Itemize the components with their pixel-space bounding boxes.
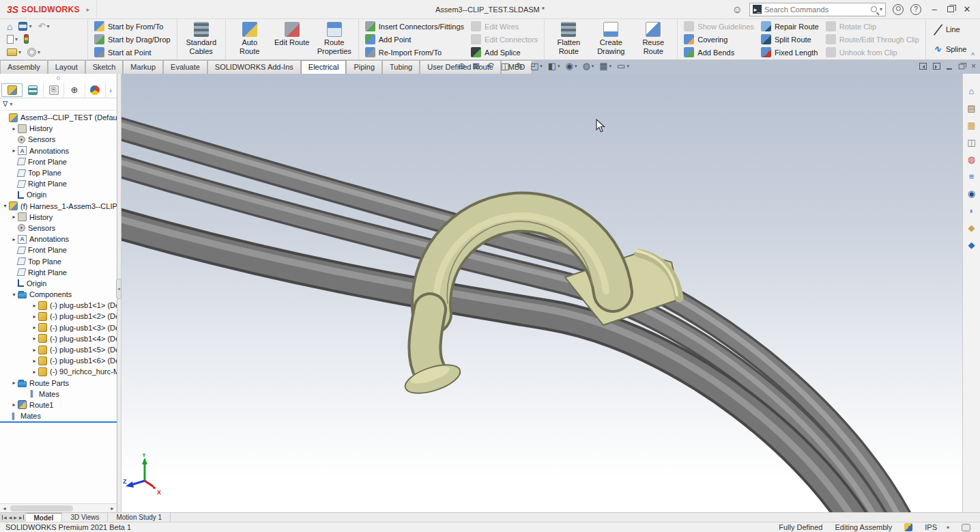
tree-expand-icon[interactable]: ▸ <box>31 335 38 341</box>
undo-caret-icon[interactable]: ▾ <box>46 23 49 29</box>
next-document-icon[interactable] <box>933 63 940 70</box>
graphics-area[interactable]: Y Z X <box>121 74 962 512</box>
show-guidelines-button[interactable]: Show Guidelines <box>680 20 758 33</box>
tree-item[interactable]: Sensors <box>10 134 117 145</box>
start-at-point-button[interactable]: Start at Point <box>91 46 174 59</box>
zoom-to-area-icon[interactable]: ⊞ <box>470 61 483 71</box>
add-point-button[interactable]: Add Point <box>362 33 467 46</box>
routing-library-icon[interactable] <box>965 238 978 251</box>
tree-item[interactable]: ▸ (-) plug-usb1<1> (Defau <box>31 300 117 311</box>
view-settings-icon[interactable]: ▭▾ <box>615 61 631 71</box>
repair-route-button[interactable]: Repair Route <box>758 20 822 33</box>
flatten-route-button[interactable]: Flatten Route <box>547 20 590 59</box>
filter-caret-icon[interactable]: ▾ <box>10 101 12 107</box>
filter-funnel-icon[interactable]: ∇ <box>3 100 8 109</box>
manager-tabs-overflow-icon[interactable]: › <box>106 86 115 94</box>
tab-propertymanager[interactable] <box>23 83 43 97</box>
reimport-fromto-button[interactable]: Re-Import From/To <box>362 46 467 59</box>
line-button[interactable]: ╱Line <box>929 23 970 36</box>
tree-expand-icon[interactable]: ▸ <box>10 214 18 220</box>
taskpane-home-icon[interactable] <box>965 85 978 97</box>
fixed-length-button[interactable]: Fixed Length <box>758 46 822 59</box>
start-by-dragdrop-button[interactable]: Start by Drag/Drop <box>91 33 174 46</box>
tree-expand-icon[interactable]: ▸ <box>10 236 18 242</box>
close-document-icon[interactable]: × <box>971 61 976 71</box>
panel-horizontal-scrollbar[interactable]: ◄ ► <box>0 503 117 512</box>
tree-item[interactable]: ▸ Annotations <box>10 145 117 156</box>
tree-expand-icon[interactable]: ▸ <box>10 402 18 408</box>
tree-item[interactable]: Origin <box>10 189 117 200</box>
tree-item[interactable]: Origin <box>10 278 117 289</box>
model-tab[interactable]: Model <box>26 513 63 522</box>
minimize-button[interactable]: – <box>928 4 940 14</box>
tree-item[interactable]: ▸ Annotations <box>10 234 117 244</box>
search-input[interactable] <box>764 5 868 14</box>
tree-expand-icon[interactable]: ▸ <box>31 369 38 375</box>
tree-item[interactable]: Front Plane <box>10 156 117 167</box>
previous-view-icon[interactable]: ↶ <box>485 61 498 71</box>
spline-button[interactable]: ∿Spline <box>929 42 970 55</box>
save-caret-icon[interactable]: ▾ <box>29 23 31 29</box>
previous-document-icon[interactable] <box>919 63 927 70</box>
feedback-smiley-icon[interactable]: ☺ <box>732 3 743 15</box>
electrical-manager-icon[interactable] <box>965 221 978 234</box>
forum-icon[interactable] <box>965 204 978 216</box>
tree-expand-icon[interactable]: ▸ <box>31 324 38 331</box>
edit-connectors-button[interactable]: Edit Connectors <box>467 33 541 46</box>
command-tab[interactable]: Markup <box>123 60 163 74</box>
tree-expand-icon[interactable]: ▸ <box>31 313 38 320</box>
tree-rollback-bar[interactable] <box>0 421 117 423</box>
account-icon[interactable] <box>893 4 904 15</box>
insert-connectors-fittings-button[interactable]: Insert Connectors/Fittings <box>362 20 467 33</box>
tree-item[interactable]: Front Plane <box>10 244 117 255</box>
view-palette-icon[interactable] <box>965 136 978 148</box>
tree-item[interactable]: ▸ Route1 <box>10 400 117 410</box>
tree-item[interactable]: ▸ (-) plug-usb1<5> (Defau <box>31 344 117 355</box>
unhook-from-clip-button[interactable]: Unhook from Clip <box>822 46 923 59</box>
tree-item[interactable]: ▸ (-) plug-usb1<4> (Defau <box>31 333 117 344</box>
tree-item[interactable]: Mates <box>20 389 117 400</box>
zoom-to-fit-icon[interactable]: ⊕ <box>456 61 469 71</box>
route-edit-through-clip-button[interactable]: Route/Edit Through Clip <box>822 33 923 46</box>
tree-expand-icon[interactable]: ▸ <box>10 126 18 132</box>
restore-button[interactable] <box>947 6 954 12</box>
tree-item[interactable]: ▾ (f) Harness_1-Assem3--CLIP_TEST <box>1 201 117 212</box>
options-caret-icon[interactable]: ▾ <box>38 49 40 55</box>
design-library-icon[interactable] <box>965 102 978 114</box>
view-orientation-icon[interactable]: ◰▾ <box>528 61 545 71</box>
search-caret-icon[interactable]: ▾ <box>880 6 882 12</box>
open-icon[interactable] <box>7 48 17 56</box>
tree-item[interactable]: ▸ History <box>10 123 117 134</box>
custom-properties-icon[interactable] <box>965 170 978 182</box>
command-tab[interactable]: Piping <box>346 60 382 74</box>
minimize-document-icon[interactable] <box>947 68 952 70</box>
tree-item[interactable]: ▸ (-) plug-usb1<6> (Defau <box>31 355 117 366</box>
tree-expand-icon[interactable]: ▸ <box>10 148 18 154</box>
command-tab[interactable]: Assembly <box>0 60 48 74</box>
command-tab[interactable]: Tubing <box>382 60 420 74</box>
tree-expand-icon[interactable]: ▸ <box>31 347 38 353</box>
tree-item[interactable]: Top Plane <box>10 167 117 178</box>
last-tab-icon[interactable]: ▶ <box>19 515 24 520</box>
tree-item[interactable]: ▸ (-) 90_richco_hurc-MEDII <box>31 366 117 377</box>
command-tab[interactable]: Evaluate <box>163 60 207 74</box>
model-tab[interactable]: 3D Views <box>62 513 108 522</box>
quick-tips-icon[interactable] <box>962 524 970 531</box>
section-view-icon[interactable]: ◫ <box>499 61 513 71</box>
3dexperience-icon[interactable] <box>965 187 978 199</box>
tab-displaymanager[interactable] <box>85 83 106 97</box>
tab-featuremanager[interactable] <box>1 83 23 97</box>
add-bends-button[interactable]: Add Bends <box>680 46 758 59</box>
tree-expand-icon[interactable]: ▸ <box>31 358 38 364</box>
logo-expand-icon[interactable]: ▸ <box>87 6 90 13</box>
ribbon-collapse-icon[interactable]: ^ <box>971 52 975 59</box>
hide-show-items-icon[interactable]: ◉▾ <box>564 61 579 71</box>
tree-item[interactable]: Top Plane <box>10 255 117 266</box>
panel-resize-dot[interactable] <box>57 76 60 80</box>
auto-route-button[interactable]: Auto Route <box>229 20 271 59</box>
scroll-left-icon[interactable]: ◄ <box>0 506 9 511</box>
tree-expand-icon[interactable]: ▾ <box>10 292 18 298</box>
edit-route-button[interactable]: Edit Route <box>271 20 313 59</box>
command-tab[interactable]: SOLIDWORKS Add-Ins <box>207 60 301 74</box>
file-explorer-icon[interactable] <box>965 119 978 131</box>
